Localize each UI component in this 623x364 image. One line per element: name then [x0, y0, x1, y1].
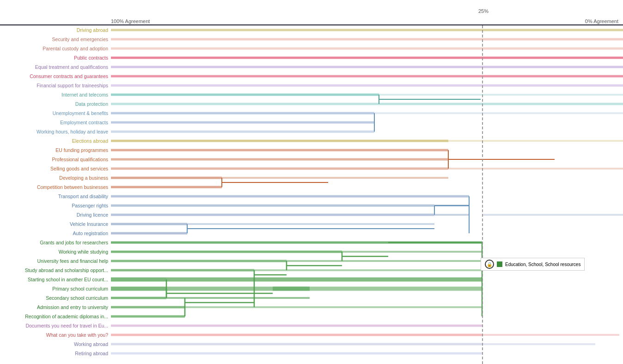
- row-label: Driving licence: [0, 210, 110, 219]
- data-bar: [111, 306, 185, 309]
- row-label: What can you take with you?: [0, 330, 110, 340]
- data-bar: [434, 205, 469, 206]
- bar-area: [111, 312, 623, 321]
- chart-row: Financial support for traineeships: [0, 81, 623, 90]
- row-label: University fees and financial help: [0, 256, 110, 266]
- bar-area: [111, 35, 623, 44]
- data-bar: [111, 214, 434, 216]
- data-bar: [166, 297, 310, 299]
- chart-row: Professional qualifications: [0, 155, 623, 164]
- bar-area: [111, 340, 623, 349]
- bar-area: [111, 238, 623, 247]
- data-bar: [111, 94, 379, 96]
- bar-area: [111, 164, 623, 173]
- data-bar: [111, 48, 623, 50]
- chart-row: Secondary school curriculum: [0, 293, 623, 303]
- chart-row: Consumer contracts and guarantees: [0, 72, 623, 81]
- data-bar: [111, 232, 187, 235]
- bar-area: [111, 293, 623, 303]
- chart-row: Driving licence: [0, 210, 623, 219]
- chart-row: Driving abroad: [0, 25, 623, 35]
- data-bar: [111, 315, 185, 318]
- chart-row: Retiring abroad: [0, 349, 623, 358]
- bar-area: [111, 109, 623, 118]
- bar-area: [111, 330, 623, 340]
- chart-row: Parental custody and adoption: [0, 44, 623, 53]
- left-axis-label: 100% Agreement: [111, 18, 150, 24]
- chart-row: Passenger rights: [0, 201, 623, 210]
- reference-line: [482, 25, 483, 364]
- row-label: Developing a business: [0, 173, 110, 182]
- bar-area: [111, 118, 623, 127]
- row-label: Working hours, holiday and leave: [0, 127, 110, 136]
- row-label: Driving abroad: [0, 25, 110, 35]
- row-label: Working while studying: [0, 247, 110, 256]
- chart-row: Employment contracts: [0, 118, 623, 127]
- chart-row: Grants and jobs for researchers: [0, 238, 623, 247]
- chart-container: 100% Agreement 25% 0% Agreement Driving …: [0, 0, 623, 364]
- chart-row: Starting school in another EU count...: [0, 275, 623, 284]
- data-bar: [111, 103, 623, 105]
- bar-area: [111, 155, 623, 164]
- tooltip-color-swatch: [497, 261, 502, 267]
- chart-row: Data protection: [0, 99, 623, 109]
- row-label: Parental custody and adoption: [0, 44, 110, 53]
- chart-row: Working hours, holiday and leave: [0, 127, 623, 136]
- data-bar: [111, 66, 623, 68]
- data-bar: [448, 140, 623, 142]
- bar-area: [111, 173, 623, 182]
- row-label: Study abroad and scholarship opport...: [0, 266, 110, 275]
- data-bar: [111, 29, 623, 31]
- chart-row: Unemployment & benefits: [0, 109, 623, 118]
- data-bar: [111, 297, 166, 299]
- chart-header: 100% Agreement 25% 0% Agreement: [0, 0, 623, 25]
- row-label: Documents you need for travel in Eu...: [0, 321, 110, 330]
- row-label: Equal treatment and qualifications: [0, 62, 110, 72]
- chart-row: Selling goods and services: [0, 164, 623, 173]
- tooltip-box: 🔒 Education, School, School resources: [481, 258, 585, 271]
- data-bar: [222, 177, 448, 179]
- chart-row: Developing a business: [0, 173, 623, 182]
- mid-axis-label: 25%: [478, 8, 489, 14]
- data-bar: [379, 94, 623, 96]
- data-bar: [111, 352, 482, 355]
- data-bar: [111, 242, 482, 244]
- row-label: Admission and entry to university: [0, 303, 110, 312]
- chart-row: Admission and entry to university: [0, 303, 623, 312]
- chart-row: Equal treatment and qualifications: [0, 62, 623, 72]
- data-bar: [185, 306, 482, 308]
- data-bar: [111, 343, 482, 346]
- chart-row: Internet and telecoms: [0, 90, 623, 99]
- bar-area: [111, 349, 623, 358]
- row-label: EU funding programmes: [0, 146, 110, 155]
- data-bar: [111, 278, 166, 282]
- chart-row: Elections abroad: [0, 136, 623, 146]
- chart-row: Primary school curriculum: [0, 284, 623, 293]
- data-bar: [273, 287, 482, 291]
- bar-area: [111, 201, 623, 210]
- data-bar: [482, 343, 595, 345]
- bar-area: [111, 229, 623, 238]
- data-bar: [111, 140, 448, 142]
- chart-row: Public contracts: [0, 53, 623, 62]
- lock-icon: 🔒: [485, 260, 494, 269]
- bar-area: [111, 321, 623, 330]
- row-label: Unemployment & benefits: [0, 109, 110, 118]
- row-label: Grants and jobs for researchers: [0, 238, 110, 247]
- chart-row: Vehicle Insurance: [0, 219, 623, 229]
- data-bar: [434, 214, 469, 216]
- row-label: Retiring abroad: [0, 349, 110, 358]
- row-label: Public contracts: [0, 53, 110, 62]
- data-bar: [111, 334, 482, 336]
- data-bar: [111, 223, 187, 225]
- row-label: Security and emergencies: [0, 35, 110, 44]
- data-bar: [448, 168, 623, 170]
- bar-area: [111, 303, 623, 312]
- bar-area: [111, 99, 623, 109]
- data-bar: [482, 214, 623, 216]
- bar-area: [111, 25, 623, 35]
- data-bar: [111, 325, 482, 327]
- chart-row: Working abroad: [0, 340, 623, 349]
- data-bar: [482, 334, 619, 336]
- row-label: Secondary school curriculum: [0, 293, 110, 303]
